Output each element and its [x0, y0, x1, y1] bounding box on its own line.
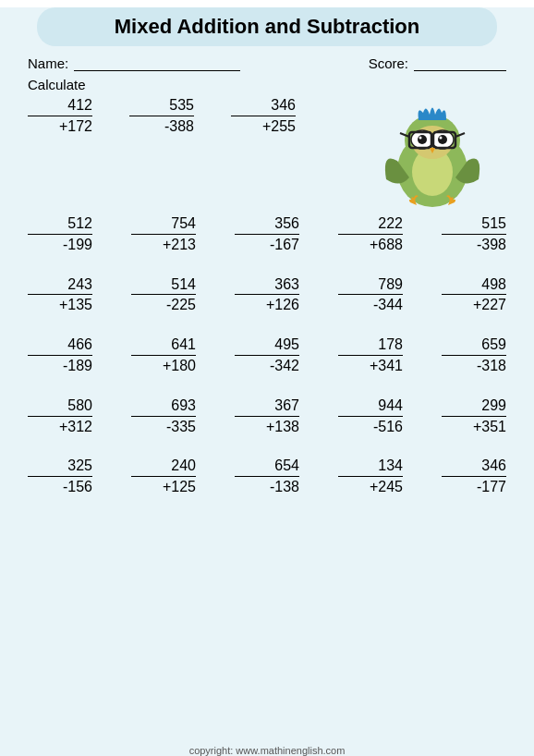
name-underline[interactable]	[74, 56, 240, 71]
problem-row3-3: 789-344	[338, 275, 403, 316]
calculate-label: Calculate	[28, 77, 506, 92]
problem-row5-0: 580+312	[28, 396, 92, 437]
svg-point-15	[440, 137, 443, 140]
svg-point-14	[438, 135, 447, 144]
problem-row6-4: 346-177	[442, 457, 506, 497]
problem-row5-4: 299+351	[442, 396, 506, 437]
name-label: Name:	[28, 55, 68, 71]
copyright: copyright: www.mathinenglish.com	[0, 745, 534, 756]
problem-row3-2: 363+126	[235, 275, 299, 316]
problem-row5-1: 693-335	[131, 396, 196, 437]
problem-row-row3: 243+135514-225363+126789-344498+227	[28, 275, 506, 316]
svg-point-12	[418, 135, 427, 144]
content-area: Calculate 412+172535-388346+255	[0, 71, 534, 497]
top-section: 412+172535-388346+255	[28, 96, 506, 207]
owl-area	[358, 96, 506, 207]
score-label: Score:	[369, 55, 408, 71]
score-underline[interactable]	[414, 56, 506, 71]
problem-row4-3: 178+341	[338, 335, 403, 376]
problem-row6-0: 325-156	[28, 457, 92, 497]
problem-row2-2: 356-167	[235, 214, 299, 255]
problem-r1-1: 535-388	[129, 96, 194, 137]
problem-r1-0: 412+172	[28, 96, 92, 137]
score-field: Score:	[369, 55, 506, 71]
name-score-row: Name: Score:	[0, 46, 534, 71]
problem-row-row5: 580+312693-335367+138944-516299+351	[28, 396, 506, 437]
problem-row-row4: 466-189641+180495-342178+341659-318	[28, 335, 506, 376]
problem-row4-2: 495-342	[235, 335, 299, 376]
problem-row-row2: 512-199754+213356-167222+688515-398	[28, 214, 506, 255]
row1-problems: 412+172535-388346+255	[28, 96, 358, 137]
svg-point-13	[419, 137, 422, 140]
problem-row4-4: 659-318	[442, 335, 506, 376]
problem-row2-3: 222+688	[338, 214, 403, 255]
owl-icon	[372, 96, 492, 207]
problem-row2-4: 515-398	[442, 214, 506, 255]
problem-row6-3: 134+245	[338, 457, 403, 497]
problem-row4-1: 641+180	[131, 335, 196, 376]
page: Mixed Addition and Subtraction Name: Sco…	[0, 7, 534, 756]
problem-row5-3: 944-516	[338, 396, 403, 437]
problem-row2-0: 512-199	[28, 214, 92, 255]
rows-container: 512-199754+213356-167222+688515-398243+1…	[28, 214, 506, 497]
problem-row3-4: 498+227	[442, 275, 506, 316]
problem-row2-1: 754+213	[131, 214, 196, 255]
problem-row4-0: 466-189	[28, 335, 92, 376]
problem-row6-2: 654-138	[235, 457, 299, 497]
problem-row3-1: 514-225	[131, 275, 196, 316]
problem-row-row6: 325-156240+125654-138134+245346-177	[28, 457, 506, 497]
problem-row3-0: 243+135	[28, 275, 92, 316]
problem-row5-2: 367+138	[235, 396, 299, 437]
problem-row6-1: 240+125	[131, 457, 196, 497]
title-bar: Mixed Addition and Subtraction	[37, 7, 497, 46]
page-title: Mixed Addition and Subtraction	[115, 15, 419, 38]
name-field: Name:	[28, 55, 240, 71]
problem-r1-2: 346+255	[231, 96, 296, 137]
